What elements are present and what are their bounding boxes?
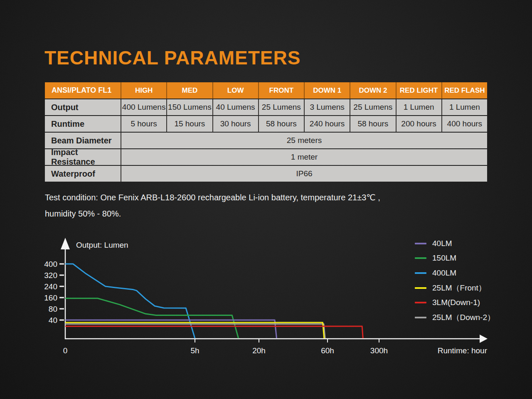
legend-label: 3LM(Down-1) xyxy=(432,298,480,307)
y-tick-label: 40 xyxy=(49,316,57,325)
x-tick-label: 0 xyxy=(63,346,68,355)
runtime-chart: 400320240160804005h20h60h300hOutput: Lum… xyxy=(0,0,532,399)
legend-item: 150LM xyxy=(415,251,495,266)
x-axis-title: Runtime: hour xyxy=(438,346,488,355)
legend-label: 25LM（Down-2） xyxy=(432,312,495,323)
legend-label: 150LM xyxy=(432,254,456,263)
legend-item: 25LM（Down-2） xyxy=(415,310,495,325)
legend-label: 40LM xyxy=(432,239,452,248)
x-axis-arrow xyxy=(480,335,488,343)
y-tick-label: 80 xyxy=(49,305,57,313)
legend-item: 25LM（Front） xyxy=(415,281,495,296)
legend-label: 25LM（Front） xyxy=(432,283,486,293)
x-tick-label: 60h xyxy=(321,346,334,355)
legend-label: 400LM xyxy=(432,268,456,278)
legend-swatch xyxy=(415,272,426,274)
technical-parameters-page: TECHNICAL PARAMETERS ANSI/PLATO FL1HIGHM… xyxy=(0,0,532,399)
legend-swatch xyxy=(415,243,426,244)
y-tick-label: 240 xyxy=(44,282,57,291)
series-line-3LM-Down-1- xyxy=(65,326,363,338)
legend-swatch xyxy=(415,287,426,289)
legend-swatch xyxy=(415,302,426,303)
y-tick-label: 160 xyxy=(44,293,57,302)
x-tick-label: 20h xyxy=(252,346,266,355)
chart-legend: 40LM150LM400LM25LM（Front）3LM(Down-1)25LM… xyxy=(415,236,495,325)
legend-swatch xyxy=(415,317,426,318)
y-axis-arrow xyxy=(61,238,70,249)
x-tick-label: 5h xyxy=(190,346,199,355)
chart-title: Output: Lumen xyxy=(76,241,128,249)
legend-item: 400LM xyxy=(415,266,495,281)
y-tick-label: 320 xyxy=(44,271,57,280)
legend-swatch xyxy=(415,257,426,259)
legend-item: 40LM xyxy=(415,236,495,251)
legend-item: 3LM(Down-1) xyxy=(415,295,495,310)
x-tick-label: 300h xyxy=(370,346,388,355)
series-line-400LM xyxy=(65,264,195,338)
y-tick-label: 400 xyxy=(44,260,57,268)
